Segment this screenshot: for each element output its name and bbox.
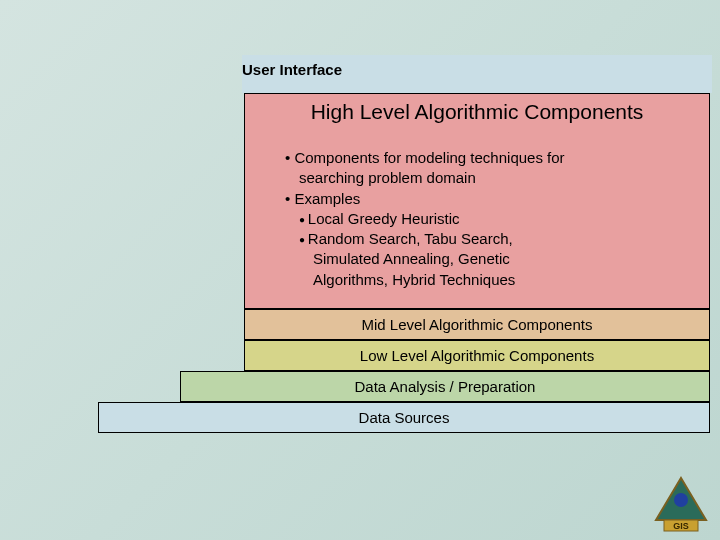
layer-data-analysis-prep: Data Analysis / Preparation bbox=[180, 371, 710, 402]
svg-point-1 bbox=[674, 493, 688, 507]
hlac-title: High Level Algorithmic Components bbox=[259, 100, 695, 124]
gis-logo-icon: GIS bbox=[652, 476, 710, 534]
hlac-example-1: Local Greedy Heuristic bbox=[299, 209, 695, 229]
hlac-example-2: Random Search, Tabu Search, Simulated An… bbox=[299, 229, 695, 290]
hlac-bullet-2: Examples bbox=[285, 189, 695, 209]
layer-high-level-algorithmic: High Level Algorithmic Components Compon… bbox=[244, 93, 710, 309]
gis-logo: GIS bbox=[652, 476, 710, 534]
layer-low-level-algorithmic: Low Level Algorithmic Components bbox=[244, 340, 710, 371]
architecture-stack: User Interface High Level Algorithmic Co… bbox=[98, 55, 623, 433]
layer-mid-level-algorithmic: Mid Level Algorithmic Components bbox=[244, 309, 710, 340]
svg-text:GIS: GIS bbox=[673, 521, 689, 531]
layer-user-interface: User Interface bbox=[242, 55, 712, 93]
layer-data-sources: Data Sources bbox=[98, 402, 710, 433]
hlac-bullet-1: Components for modeling techniques for s… bbox=[285, 148, 695, 189]
